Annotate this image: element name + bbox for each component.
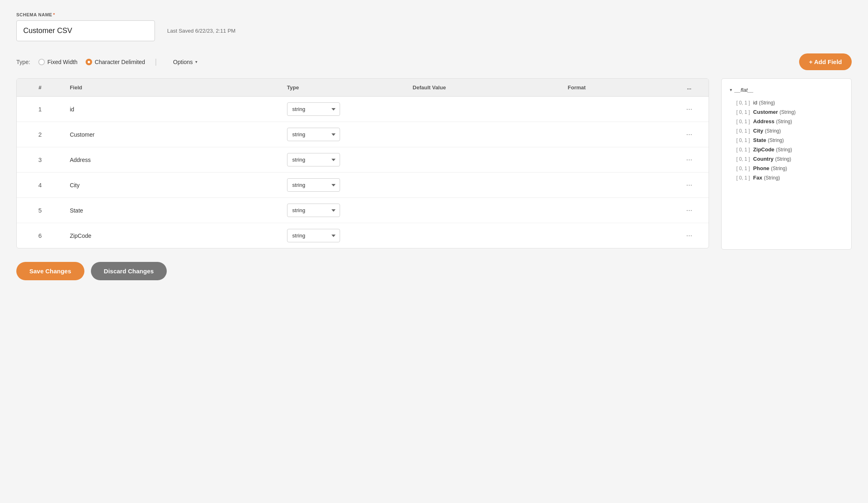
tree-item-name: State xyxy=(753,137,766,143)
tree-item-bounds: [ 0, 1 ] xyxy=(736,166,750,171)
tree-item-type: (String) xyxy=(780,109,795,115)
cell-num: 3 xyxy=(17,147,63,173)
tree-item: [ 0, 1 ] Customer (String) xyxy=(730,107,843,117)
tree-item: [ 0, 1 ] ZipCode (String) xyxy=(730,145,843,154)
col-header-num: # xyxy=(17,79,63,97)
cell-field: id xyxy=(63,97,280,122)
cell-num: 5 xyxy=(17,198,63,223)
cell-type: stringintegerdecimalbooleandatedatetime xyxy=(280,223,406,248)
tree-item-type: (String) xyxy=(776,147,792,153)
tree-item-name: Address xyxy=(753,118,774,124)
cell-num: 1 xyxy=(17,97,63,122)
type-fixed-width[interactable]: Fixed Width xyxy=(38,59,77,65)
sidebar-panel: ▾ __flat__ [ 0, 1 ] id (String)[ 0, 1 ] … xyxy=(721,78,852,250)
type-character-delimited-label: Character Delimited xyxy=(95,59,145,65)
tree-item-name: Customer xyxy=(753,109,778,115)
cell-num: 2 xyxy=(17,122,63,147)
radio-fixed-width[interactable] xyxy=(38,59,45,65)
cell-field: City xyxy=(63,173,280,198)
col-header-more: ... xyxy=(670,79,709,97)
type-select-4[interactable]: stringintegerdecimalbooleandatedatetime xyxy=(287,178,340,192)
options-button[interactable]: Options ▾ xyxy=(167,55,204,69)
divider: | xyxy=(155,58,157,66)
radio-character-delimited[interactable] xyxy=(86,59,92,65)
cell-field: State xyxy=(63,198,280,223)
cell-default xyxy=(406,173,561,198)
table-header-row: # Field Type Default Value Format ... xyxy=(17,79,709,97)
tree-item-type: (String) xyxy=(764,175,780,181)
tree-root: ▾ __flat__ xyxy=(730,87,843,93)
schema-name-input[interactable] xyxy=(16,20,155,41)
cell-format xyxy=(561,147,670,173)
tree-item-bounds: [ 0, 1 ] xyxy=(736,100,750,106)
tree-item: [ 0, 1 ] Country (String) xyxy=(730,154,843,164)
cell-more[interactable]: ··· xyxy=(670,122,709,147)
cell-default xyxy=(406,122,561,147)
tree-item: [ 0, 1 ] Address (String) xyxy=(730,117,843,126)
save-changes-button[interactable]: Save Changes xyxy=(16,262,84,280)
cell-type: stringintegerdecimalbooleandatedatetime xyxy=(280,173,406,198)
cell-format xyxy=(561,97,670,122)
type-character-delimited[interactable]: Character Delimited xyxy=(86,59,145,65)
col-header-field: Field xyxy=(63,79,280,97)
cell-type: stringintegerdecimalbooleandatedatetime xyxy=(280,198,406,223)
add-field-button[interactable]: + Add Field xyxy=(799,53,852,70)
type-select-1[interactable]: stringintegerdecimalbooleandatedatetime xyxy=(287,102,340,116)
fields-table: # Field Type Default Value Format ... 1i… xyxy=(17,79,709,248)
cell-more[interactable]: ··· xyxy=(670,173,709,198)
table-row: 2Customerstringintegerdecimalbooleandate… xyxy=(17,122,709,147)
tree-item-name: ZipCode xyxy=(753,146,774,153)
tree-item-name: Country xyxy=(753,156,773,162)
cell-field: Address xyxy=(63,147,280,173)
schema-tree: ▾ __flat__ [ 0, 1 ] id (String)[ 0, 1 ] … xyxy=(730,87,843,182)
col-header-format: Format xyxy=(561,79,670,97)
col-header-default: Default Value xyxy=(406,79,561,97)
cell-field: Customer xyxy=(63,122,280,147)
chevron-down-icon: ▾ xyxy=(195,60,197,64)
col-header-type: Type xyxy=(280,79,406,97)
cell-format xyxy=(561,122,670,147)
cell-format xyxy=(561,173,670,198)
cell-num: 4 xyxy=(17,173,63,198)
cell-more[interactable]: ··· xyxy=(670,198,709,223)
type-select-6[interactable]: stringintegerdecimalbooleandatedatetime xyxy=(287,229,340,242)
tree-item-type: (String) xyxy=(759,100,775,106)
tree-item: [ 0, 1 ] Phone (String) xyxy=(730,164,843,173)
cell-default xyxy=(406,97,561,122)
tree-chevron-icon: ▾ xyxy=(730,87,732,93)
type-select-5[interactable]: stringintegerdecimalbooleandatedatetime xyxy=(287,204,340,217)
table-row: 3Addressstringintegerdecimalbooleandated… xyxy=(17,147,709,173)
last-saved-text: Last Saved 6/22/23, 2:11 PM xyxy=(167,28,236,34)
tree-item-bounds: [ 0, 1 ] xyxy=(736,175,750,181)
tree-item-bounds: [ 0, 1 ] xyxy=(736,128,750,134)
tree-root-label: __flat__ xyxy=(735,87,753,93)
schema-name-label: SCHEMA NAME* xyxy=(16,12,852,17)
cell-field: ZipCode xyxy=(63,223,280,248)
cell-more[interactable]: ··· xyxy=(670,223,709,248)
tree-item: [ 0, 1 ] Fax (String) xyxy=(730,173,843,182)
tree-item-type: (String) xyxy=(765,128,781,134)
table-row: 1idstringintegerdecimalbooleandatedateti… xyxy=(17,97,709,122)
cell-more[interactable]: ··· xyxy=(670,97,709,122)
tree-item-name: City xyxy=(753,128,763,134)
type-fixed-width-label: Fixed Width xyxy=(47,59,77,65)
tree-item-name: id xyxy=(753,100,757,106)
tree-item-bounds: [ 0, 1 ] xyxy=(736,109,750,115)
tree-item-type: (String) xyxy=(775,156,791,162)
cell-default xyxy=(406,223,561,248)
tree-item-name: Fax xyxy=(753,175,762,181)
tree-item: [ 0, 1 ] City (String) xyxy=(730,126,843,135)
type-select-3[interactable]: stringintegerdecimalbooleandatedatetime xyxy=(287,153,340,166)
type-select-2[interactable]: stringintegerdecimalbooleandatedatetime xyxy=(287,128,340,141)
tree-item: [ 0, 1 ] State (String) xyxy=(730,135,843,145)
table-row: 6ZipCodestringintegerdecimalbooleandated… xyxy=(17,223,709,248)
cell-format xyxy=(561,198,670,223)
tree-item-bounds: [ 0, 1 ] xyxy=(736,119,750,124)
cell-format xyxy=(561,223,670,248)
tree-item-bounds: [ 0, 1 ] xyxy=(736,137,750,143)
cell-more[interactable]: ··· xyxy=(670,147,709,173)
tree-item-bounds: [ 0, 1 ] xyxy=(736,147,750,153)
cell-num: 6 xyxy=(17,223,63,248)
discard-changes-button[interactable]: Discard Changes xyxy=(91,262,167,280)
tree-item: [ 0, 1 ] id (String) xyxy=(730,98,843,107)
